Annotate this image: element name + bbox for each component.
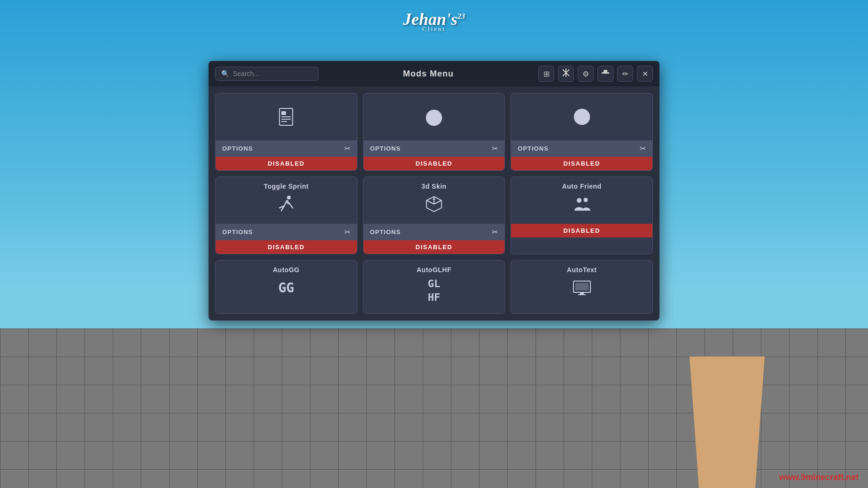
menu-content[interactable]: OPTIONS ✂ DISABLED: [209, 86, 659, 320]
mod-card-top: [511, 93, 652, 140]
mod-options-row[interactable]: OPTIONS ✂: [364, 140, 505, 157]
search-icon: 🔍: [221, 70, 229, 77]
options-label: OPTIONS: [518, 145, 549, 152]
mod-name: Auto Friend: [562, 183, 602, 190]
glhf-text-icon: GLHF: [428, 277, 441, 304]
gg-text-icon: GG: [278, 277, 294, 298]
hat-icon-btn[interactable]: [597, 66, 613, 82]
search-box[interactable]: 🔍: [215, 67, 318, 81]
cross-tools-icon: [562, 69, 570, 79]
grid-icon: ⊞: [543, 69, 550, 78]
document-icon: [276, 103, 296, 131]
mod-card-top: AutoText: [511, 260, 652, 307]
mod-name: AutoGG: [273, 266, 300, 274]
mod-name: 3d Skin: [421, 183, 446, 190]
mod-card-3dskin[interactable]: 3d Skin: [363, 176, 505, 254]
search-input[interactable]: [233, 70, 308, 77]
mod-card-top: [216, 93, 357, 140]
mod-card-autotext[interactable]: AutoText: [511, 260, 653, 314]
header-icons: ⊞ ⚙: [538, 66, 653, 82]
svg-point-16: [581, 116, 583, 118]
svg-rect-29: [580, 292, 584, 294]
group-icon: [572, 194, 592, 214]
wrench-icon: ✂: [640, 144, 646, 153]
mod-card-top: Auto Friend: [511, 177, 652, 224]
gear-icon: ⚙: [582, 69, 589, 78]
svg-point-12: [433, 117, 435, 119]
svg-line-20: [434, 200, 442, 204]
wrench-icon: ✂: [344, 144, 350, 153]
mods-menu-window: 🔍 Mods Menu ⊞ ⚙: [209, 61, 659, 320]
mod-name: AutoText: [567, 266, 597, 274]
mod-card-top: [364, 93, 505, 140]
mod-card-auto-friend[interactable]: Auto Friend DISABLED: [511, 176, 653, 254]
mod-card-top: AutoGG GG: [216, 260, 357, 307]
monitor-icon: [572, 277, 592, 298]
mod-card-toggle-sprint[interactable]: Toggle Sprint OPTIONS ✂: [215, 176, 357, 254]
menu-title: Mods Menu: [323, 69, 534, 79]
mod-status-badge[interactable]: DISABLED: [364, 240, 505, 254]
mod-card-document[interactable]: OPTIONS ✂ DISABLED: [215, 93, 357, 171]
options-label: OPTIONS: [370, 145, 401, 152]
svg-rect-6: [281, 111, 286, 115]
grid-icon-btn[interactable]: ⊞: [538, 66, 554, 82]
wrench-icon: ✂: [492, 228, 498, 236]
pencil-icon-btn[interactable]: ✏: [617, 66, 633, 82]
close-icon-btn[interactable]: ✕: [637, 66, 653, 82]
mod-status-badge[interactable]: DISABLED: [216, 157, 357, 170]
logo-number: 23: [457, 12, 465, 20]
watermark: www.9minecraft.net: [779, 473, 859, 482]
mods-grid: OPTIONS ✂ DISABLED: [215, 93, 653, 314]
mod-name: AutoGLHF: [417, 266, 451, 274]
runner-icon: [276, 194, 296, 214]
mod-card-top: 3d Skin: [364, 177, 505, 224]
options-label: OPTIONS: [222, 229, 253, 236]
svg-rect-30: [578, 294, 586, 295]
logo: Jehan's23 Client: [403, 9, 465, 33]
mod-card-autoglhf[interactable]: AutoGLHF GLHF: [363, 260, 505, 314]
mod-card-top: Toggle Sprint: [216, 177, 357, 224]
hat-icon: [601, 69, 610, 79]
mod-card-autogg[interactable]: AutoGG GG: [215, 260, 357, 314]
wrench-icon: ✂: [344, 228, 350, 236]
mod-status-badge[interactable]: DISABLED: [364, 157, 505, 170]
svg-rect-4: [604, 70, 607, 72]
svg-point-17: [287, 196, 291, 199]
svg-rect-3: [602, 72, 609, 74]
mod-status-badge[interactable]: DISABLED: [511, 157, 652, 170]
mod-options-row[interactable]: OPTIONS ✂: [511, 140, 652, 157]
menu-header: 🔍 Mods Menu ⊞ ⚙: [209, 61, 659, 86]
mod-options-row[interactable]: OPTIONS ✂: [364, 224, 505, 240]
pencil-icon: ✏: [622, 69, 628, 78]
cube-icon: [424, 194, 444, 214]
svg-line-21: [426, 200, 434, 204]
options-label: OPTIONS: [370, 229, 401, 236]
mod-options-row[interactable]: OPTIONS ✂: [216, 224, 357, 240]
svg-rect-28: [575, 283, 589, 290]
mod-options-row[interactable]: OPTIONS ✂: [216, 140, 357, 157]
mod-card-speedometer[interactable]: OPTIONS ✂ DISABLED: [363, 93, 505, 171]
speedometer-icon: [424, 103, 444, 131]
options-label: OPTIONS: [222, 145, 253, 152]
svg-point-25: [583, 198, 588, 202]
mod-card-top: AutoGLHF GLHF: [364, 260, 505, 313]
svg-point-24: [577, 198, 581, 203]
clock-icon: [572, 103, 592, 131]
mod-status-badge[interactable]: DISABLED: [216, 240, 357, 254]
cross-tools-icon-btn[interactable]: [558, 66, 574, 82]
close-icon: ✕: [642, 69, 648, 78]
mod-status-badge[interactable]: DISABLED: [511, 224, 652, 237]
wrench-icon: ✂: [492, 144, 498, 153]
gear-icon-btn[interactable]: ⚙: [578, 66, 594, 82]
mod-name: Toggle Sprint: [264, 183, 309, 190]
mod-card-clock[interactable]: OPTIONS ✂ DISABLED: [511, 93, 653, 171]
